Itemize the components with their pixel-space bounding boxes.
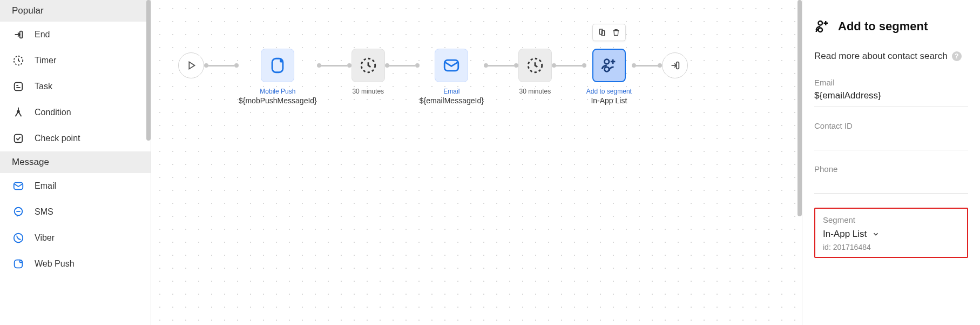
email-icon	[442, 56, 461, 75]
sidebar-item-label: Timer	[35, 56, 56, 65]
field-phone[interactable]: Phone	[814, 164, 968, 194]
sidebar-left: Popular End Timer Task Condition Check p…	[0, 0, 151, 325]
connector	[632, 49, 662, 82]
details-panel: Add to segment Read more about contact s…	[802, 0, 980, 325]
task-icon	[12, 80, 25, 93]
segment-selected-value: In-App List	[823, 229, 867, 240]
field-label: Phone	[814, 164, 968, 174]
node-top-label: Mobile Push	[260, 88, 295, 95]
timer-icon	[12, 54, 25, 67]
add-to-segment-icon	[600, 56, 618, 75]
node-mobile-push[interactable]: Mobile Push ${mobPushMessageId}	[239, 49, 317, 105]
node-top-label: Email	[443, 88, 459, 95]
panel-title-text: Add to segment	[838, 19, 928, 34]
node-toolbar	[592, 24, 626, 41]
node-copy-button[interactable]	[597, 27, 607, 38]
play-icon	[185, 59, 197, 71]
segment-highlight-box: Segment In-App List id: 201716484	[814, 208, 968, 258]
field-contact-id[interactable]: Contact ID	[814, 121, 968, 150]
timer-icon	[526, 56, 544, 75]
timer-icon	[359, 56, 377, 75]
add-to-segment-icon	[814, 18, 830, 35]
panel-title: Add to segment	[814, 18, 968, 35]
node-timer-1[interactable]: 30 minutes	[352, 49, 385, 95]
field-value	[814, 177, 968, 189]
sidebar-item-label: SMS	[35, 207, 53, 217]
canvas-scrollbar[interactable]	[797, 0, 802, 325]
sidebar-item-checkpoint[interactable]: Check point	[0, 125, 151, 151]
webpush-icon	[12, 257, 25, 270]
sidebar-item-label: Check point	[35, 134, 80, 143]
node-timer-2[interactable]: 30 minutes	[518, 49, 552, 95]
connector	[204, 49, 239, 82]
viber-icon	[12, 231, 25, 244]
sidebar-item-condition[interactable]: Condition	[0, 100, 151, 125]
node-end[interactable]	[662, 49, 688, 78]
node-bottom-label: ${emailMessageId}	[420, 96, 484, 105]
svg-rect-0	[20, 31, 23, 38]
sidebar-item-label: Email	[35, 181, 56, 191]
sidebar-item-label: End	[35, 30, 50, 39]
sidebar-item-label: Task	[35, 82, 52, 91]
sidebar-item-timer[interactable]: Timer	[0, 48, 151, 74]
node-top-label: Add to segment	[586, 88, 632, 95]
svg-point-17	[604, 59, 609, 64]
end-icon	[12, 28, 25, 41]
node-delete-button[interactable]	[611, 27, 621, 38]
connector	[317, 49, 352, 82]
sidebar-item-email[interactable]: Email	[0, 173, 151, 199]
condition-icon	[12, 106, 25, 119]
sidebar-item-webpush[interactable]: Web Push	[0, 251, 151, 277]
node-top-label: 30 minutes	[519, 88, 551, 95]
svg-rect-4	[15, 135, 23, 143]
sidebar-section-popular-header: Popular	[0, 0, 151, 22]
svg-point-9	[19, 260, 22, 262]
mobile-push-icon	[268, 56, 287, 75]
read-more-text: Read more about contact search	[814, 51, 948, 62]
node-bottom-label: In-App List	[591, 96, 627, 105]
svg-rect-2	[15, 83, 23, 91]
node-top-label: 30 minutes	[352, 88, 384, 95]
sidebar-scrollbar[interactable]	[146, 0, 151, 325]
segment-label: Segment	[823, 215, 959, 224]
end-icon	[669, 59, 681, 71]
connector	[484, 49, 518, 82]
sidebar-item-task[interactable]: Task	[0, 74, 151, 100]
field-value	[814, 134, 968, 145]
sidebar-section-message-header: Message	[0, 151, 151, 173]
checkpoint-icon	[12, 132, 25, 145]
node-add-to-segment[interactable]: Add to segment In-App List	[586, 49, 632, 105]
email-icon	[12, 180, 25, 193]
svg-point-20	[819, 21, 823, 25]
sidebar-item-label: Web Push	[35, 259, 75, 269]
sidebar-item-end[interactable]: End	[0, 22, 151, 48]
svg-rect-8	[15, 260, 23, 268]
segment-dropdown[interactable]: In-App List	[823, 229, 959, 240]
connector	[552, 49, 586, 82]
sidebar-item-sms[interactable]: SMS	[0, 199, 151, 225]
field-email[interactable]: Email ${emailAddress}	[814, 78, 968, 107]
field-label: Contact ID	[814, 121, 968, 130]
svg-point-11	[280, 59, 283, 62]
sidebar-item-viber[interactable]: Viber	[0, 225, 151, 251]
svg-rect-19	[677, 62, 679, 69]
connector	[385, 49, 420, 82]
svg-point-3	[17, 110, 19, 112]
svg-point-7	[14, 234, 23, 243]
node-start[interactable]	[178, 49, 204, 78]
node-email[interactable]: Email ${emailMessageId}	[420, 49, 484, 105]
help-icon[interactable]: ?	[952, 51, 962, 61]
field-label: Email	[814, 78, 968, 87]
read-more-link[interactable]: Read more about contact search ?	[814, 51, 968, 62]
node-bottom-label: ${mobPushMessageId}	[239, 96, 317, 105]
workflow-row: Mobile Push ${mobPushMessageId} 30 minut…	[178, 49, 688, 105]
svg-point-18	[604, 67, 609, 71]
sidebar-item-label: Condition	[35, 108, 71, 117]
sidebar-item-label: Viber	[35, 233, 55, 243]
field-value: ${emailAddress}	[814, 90, 968, 102]
workflow-canvas[interactable]: Mobile Push ${mobPushMessageId} 30 minut…	[151, 0, 802, 325]
sms-icon	[12, 205, 25, 218]
segment-id: id: 201716484	[823, 243, 959, 251]
chevron-down-icon	[872, 230, 880, 238]
